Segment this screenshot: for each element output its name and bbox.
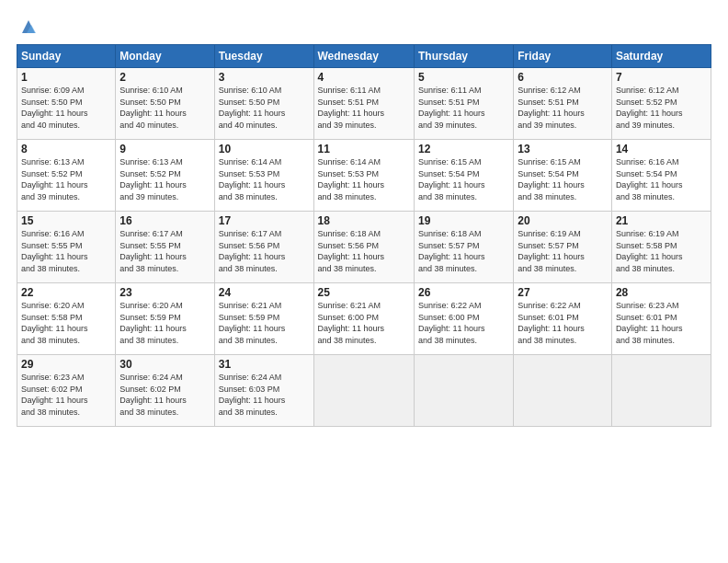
calendar-cell: 16Sunrise: 6:17 AM Sunset: 5:55 PM Dayli… (116, 212, 214, 283)
calendar-cell: 14Sunrise: 6:16 AM Sunset: 5:54 PM Dayli… (611, 140, 711, 212)
day-number: 29 (21, 358, 111, 371)
day-number: 14 (616, 143, 707, 155)
calendar-cell: 20Sunrise: 6:19 AM Sunset: 5:57 PM Dayli… (514, 212, 612, 283)
calendar-day-header: Sunday (17, 45, 116, 68)
day-info: Sunrise: 6:11 AM Sunset: 5:51 PM Dayligh… (318, 85, 410, 131)
day-number: 31 (219, 358, 310, 371)
day-info: Sunrise: 6:14 AM Sunset: 5:53 PM Dayligh… (318, 156, 410, 202)
calendar-day-header: Thursday (414, 45, 513, 68)
day-number: 7 (616, 71, 707, 84)
day-number: 25 (318, 286, 410, 299)
calendar-cell: 3Sunrise: 6:10 AM Sunset: 5:50 PM Daylig… (214, 68, 313, 140)
calendar-cell (514, 355, 612, 427)
calendar-week-row: 15Sunrise: 6:16 AM Sunset: 5:55 PM Dayli… (17, 212, 711, 283)
logo (17, 17, 39, 37)
day-number: 1 (21, 71, 111, 84)
day-number: 30 (119, 358, 210, 371)
day-number: 11 (318, 143, 410, 155)
day-info: Sunrise: 6:23 AM Sunset: 6:01 PM Dayligh… (616, 300, 707, 346)
calendar-cell: 5Sunrise: 6:11 AM Sunset: 5:51 PM Daylig… (414, 68, 513, 140)
day-info: Sunrise: 6:11 AM Sunset: 5:51 PM Dayligh… (418, 85, 509, 131)
day-number: 12 (418, 143, 509, 155)
day-info: Sunrise: 6:24 AM Sunset: 6:03 PM Dayligh… (219, 372, 310, 418)
day-info: Sunrise: 6:12 AM Sunset: 5:52 PM Dayligh… (616, 85, 707, 131)
day-number: 4 (318, 71, 410, 84)
calendar-day-header: Friday (514, 45, 612, 68)
day-info: Sunrise: 6:19 AM Sunset: 5:58 PM Dayligh… (616, 228, 707, 274)
day-number: 17 (219, 214, 310, 227)
day-number: 5 (418, 71, 509, 84)
calendar-day-header: Saturday (611, 45, 711, 68)
calendar-day-header: Monday (116, 45, 214, 68)
day-info: Sunrise: 6:17 AM Sunset: 5:55 PM Dayligh… (119, 228, 210, 274)
calendar-cell: 11Sunrise: 6:14 AM Sunset: 5:53 PM Dayli… (313, 140, 414, 212)
day-info: Sunrise: 6:21 AM Sunset: 5:59 PM Dayligh… (219, 300, 310, 346)
day-number: 21 (616, 214, 707, 227)
calendar-cell: 23Sunrise: 6:20 AM Sunset: 5:59 PM Dayli… (116, 283, 214, 355)
calendar-week-row: 8Sunrise: 6:13 AM Sunset: 5:52 PM Daylig… (17, 140, 711, 212)
day-info: Sunrise: 6:23 AM Sunset: 6:02 PM Dayligh… (21, 372, 111, 418)
logo-icon (18, 17, 39, 37)
day-number: 26 (418, 286, 509, 299)
calendar-cell: 24Sunrise: 6:21 AM Sunset: 5:59 PM Dayli… (214, 283, 313, 355)
day-info: Sunrise: 6:22 AM Sunset: 6:01 PM Dayligh… (518, 300, 608, 346)
calendar-week-row: 1Sunrise: 6:09 AM Sunset: 5:50 PM Daylig… (17, 68, 711, 140)
calendar-cell: 26Sunrise: 6:22 AM Sunset: 6:00 PM Dayli… (414, 283, 513, 355)
day-info: Sunrise: 6:16 AM Sunset: 5:54 PM Dayligh… (616, 156, 707, 202)
calendar-cell: 31Sunrise: 6:24 AM Sunset: 6:03 PM Dayli… (214, 355, 313, 427)
day-info: Sunrise: 6:13 AM Sunset: 5:52 PM Dayligh… (21, 156, 111, 202)
day-number: 6 (518, 71, 608, 84)
calendar-cell: 12Sunrise: 6:15 AM Sunset: 5:54 PM Dayli… (414, 140, 513, 212)
calendar-cell: 17Sunrise: 6:17 AM Sunset: 5:56 PM Dayli… (214, 212, 313, 283)
calendar-cell: 1Sunrise: 6:09 AM Sunset: 5:50 PM Daylig… (17, 68, 116, 140)
day-number: 24 (219, 286, 310, 299)
day-number: 2 (119, 71, 210, 84)
day-info: Sunrise: 6:13 AM Sunset: 5:52 PM Dayligh… (119, 156, 210, 202)
day-info: Sunrise: 6:10 AM Sunset: 5:50 PM Dayligh… (119, 85, 210, 131)
day-info: Sunrise: 6:20 AM Sunset: 5:59 PM Dayligh… (119, 300, 210, 346)
day-info: Sunrise: 6:12 AM Sunset: 5:51 PM Dayligh… (518, 85, 608, 131)
calendar-cell: 10Sunrise: 6:14 AM Sunset: 5:53 PM Dayli… (214, 140, 313, 212)
day-number: 20 (518, 214, 608, 227)
calendar-cell (313, 355, 414, 427)
calendar-cell (611, 355, 711, 427)
day-info: Sunrise: 6:18 AM Sunset: 5:57 PM Dayligh… (418, 228, 509, 274)
day-number: 23 (119, 286, 210, 299)
calendar-cell: 4Sunrise: 6:11 AM Sunset: 5:51 PM Daylig… (313, 68, 414, 140)
day-info: Sunrise: 6:21 AM Sunset: 6:00 PM Dayligh… (318, 300, 410, 346)
calendar-cell: 13Sunrise: 6:15 AM Sunset: 5:54 PM Dayli… (514, 140, 612, 212)
day-number: 8 (21, 143, 111, 155)
day-number: 9 (119, 143, 210, 155)
calendar-day-header: Wednesday (313, 45, 414, 68)
day-number: 13 (518, 143, 608, 155)
calendar-table: SundayMondayTuesdayWednesdayThursdayFrid… (17, 44, 711, 427)
day-info: Sunrise: 6:19 AM Sunset: 5:57 PM Dayligh… (518, 228, 608, 274)
day-number: 16 (119, 214, 210, 227)
calendar-cell (414, 355, 513, 427)
calendar-cell: 18Sunrise: 6:18 AM Sunset: 5:56 PM Dayli… (313, 212, 414, 283)
day-number: 22 (21, 286, 111, 299)
calendar-cell: 15Sunrise: 6:16 AM Sunset: 5:55 PM Dayli… (17, 212, 116, 283)
day-info: Sunrise: 6:14 AM Sunset: 5:53 PM Dayligh… (219, 156, 310, 202)
calendar-day-header: Tuesday (214, 45, 313, 68)
page: SundayMondayTuesdayWednesdayThursdayFrid… (0, 0, 728, 563)
calendar-cell: 19Sunrise: 6:18 AM Sunset: 5:57 PM Dayli… (414, 212, 513, 283)
day-info: Sunrise: 6:10 AM Sunset: 5:50 PM Dayligh… (219, 85, 310, 131)
day-info: Sunrise: 6:24 AM Sunset: 6:02 PM Dayligh… (119, 372, 210, 418)
day-number: 19 (418, 214, 509, 227)
day-number: 27 (518, 286, 608, 299)
header (17, 17, 711, 37)
calendar-cell: 22Sunrise: 6:20 AM Sunset: 5:58 PM Dayli… (17, 283, 116, 355)
day-info: Sunrise: 6:20 AM Sunset: 5:58 PM Dayligh… (21, 300, 111, 346)
calendar-cell: 2Sunrise: 6:10 AM Sunset: 5:50 PM Daylig… (116, 68, 214, 140)
calendar-cell: 21Sunrise: 6:19 AM Sunset: 5:58 PM Dayli… (611, 212, 711, 283)
day-info: Sunrise: 6:22 AM Sunset: 6:00 PM Dayligh… (418, 300, 509, 346)
calendar-cell: 29Sunrise: 6:23 AM Sunset: 6:02 PM Dayli… (17, 355, 116, 427)
day-info: Sunrise: 6:15 AM Sunset: 5:54 PM Dayligh… (418, 156, 509, 202)
calendar-cell: 6Sunrise: 6:12 AM Sunset: 5:51 PM Daylig… (514, 68, 612, 140)
calendar-week-row: 22Sunrise: 6:20 AM Sunset: 5:58 PM Dayli… (17, 283, 711, 355)
calendar-cell: 30Sunrise: 6:24 AM Sunset: 6:02 PM Dayli… (116, 355, 214, 427)
day-number: 3 (219, 71, 310, 84)
calendar-cell: 28Sunrise: 6:23 AM Sunset: 6:01 PM Dayli… (611, 283, 711, 355)
calendar-cell: 8Sunrise: 6:13 AM Sunset: 5:52 PM Daylig… (17, 140, 116, 212)
